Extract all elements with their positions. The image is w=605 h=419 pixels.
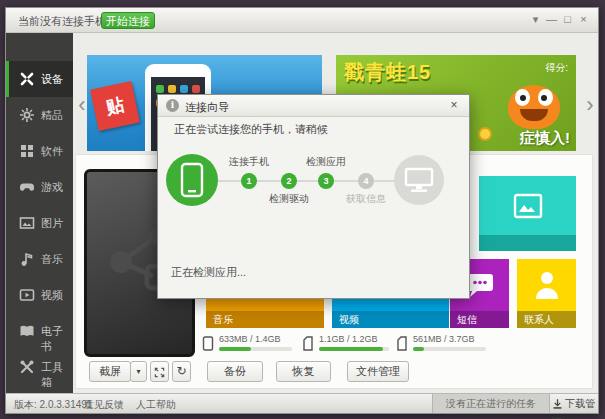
storage-progress: [319, 347, 383, 351]
connection-status-text: 当前没有连接手机: [18, 15, 106, 27]
step-4-badge: 4: [358, 173, 374, 189]
banner-game-title: 戳青蛙15: [344, 59, 431, 86]
feedback-link[interactable]: 意见反馈: [84, 398, 124, 412]
refresh-icon: ↻: [176, 364, 186, 378]
status-bar: 版本: 2.0.3.31491 意见反馈 人工帮助 没有正在进行的任务 下载管理: [6, 393, 598, 413]
apps-grid-icon: [19, 143, 35, 159]
close-icon[interactable]: ×: [577, 12, 590, 26]
tile-contacts[interactable]: 联系人: [517, 259, 576, 328]
screenshot-dropdown-button[interactable]: ▾: [130, 361, 147, 382]
video-icon: [19, 287, 35, 303]
banner-caption: 症慎入!: [520, 129, 570, 148]
coin-graphic: [478, 127, 492, 141]
step-label-driver: 检测驱动: [257, 192, 321, 206]
sidebar-item-device[interactable]: 设备: [6, 61, 73, 97]
step-2-badge: 2: [281, 173, 297, 189]
gamepad-icon: [19, 179, 35, 195]
step-3-badge: 3: [318, 173, 334, 189]
sidebar-item-boutique[interactable]: 精品: [6, 97, 73, 133]
download-icon: [552, 398, 563, 410]
sidebar-item-toolbox[interactable]: 工具箱: [6, 349, 73, 385]
sidebar-item-video[interactable]: 视频: [6, 277, 73, 313]
info-icon: i: [166, 99, 179, 112]
tile-label: 视频: [339, 313, 359, 327]
dialog-close-icon[interactable]: ×: [447, 98, 461, 112]
carousel-next-arrow[interactable]: ›: [583, 93, 597, 119]
expand-icon: [154, 367, 165, 378]
wizard-phone-node: [166, 154, 218, 206]
monitor-icon: [403, 166, 435, 194]
file-manager-button[interactable]: 文件管理: [347, 361, 409, 382]
minimize-icon[interactable]: —: [545, 12, 558, 26]
tile-label: 音乐: [213, 313, 233, 327]
dialog-title: 连接向导: [185, 100, 229, 115]
menu-icon[interactable]: ▾: [529, 12, 542, 26]
sidebar-item-games[interactable]: 游戏: [6, 169, 73, 205]
frog-graphic: [508, 85, 560, 129]
tile-label: 短信: [457, 313, 477, 327]
backup-button[interactable]: 备份: [207, 361, 263, 382]
wizard-computer-node: [394, 155, 444, 205]
tile-label: 联系人: [524, 313, 554, 327]
tools-icon: [19, 359, 35, 375]
sidebar: 设备 精品 软件 游戏 图片 音乐 视频 电子书: [6, 33, 73, 393]
tasks-status: 没有正在进行的任务: [432, 394, 550, 413]
book-icon: [19, 323, 35, 339]
sdcard-icon: [302, 336, 314, 351]
person-icon: [532, 269, 562, 301]
sparkle-icon: [19, 107, 35, 123]
window-controls: ▾ — □ ×: [529, 12, 590, 26]
dialog-status-text: 正在检测应用...: [171, 265, 246, 280]
picture-icon: [19, 215, 35, 231]
sdcard-icon: [396, 336, 408, 351]
step-1-badge: 1: [241, 173, 257, 189]
version-label: 版本: 2.0.3.31491: [14, 398, 92, 412]
step-label-info: 获取信息: [334, 192, 398, 206]
storage-progress: [413, 347, 424, 351]
step-label-connect: 连接手机: [217, 155, 281, 169]
sidebar-item-ebooks[interactable]: 电子书: [6, 313, 73, 349]
step-label-app: 检测应用: [294, 155, 358, 169]
tile-pictures[interactable]: [479, 176, 576, 251]
dialog-header[interactable]: i 连接向导 ×: [158, 95, 469, 117]
phone-icon: [179, 162, 205, 198]
storage-text: 561MB / 3.7GB: [413, 334, 475, 344]
sidebar-item-music[interactable]: 音乐: [6, 241, 73, 277]
music-note-icon: [19, 251, 35, 267]
storage-text: 1.1GB / 1.2GB: [319, 334, 378, 344]
banner-score-label: 得分:: [545, 61, 568, 75]
fullscreen-button[interactable]: [150, 361, 169, 382]
sidebar-item-pictures[interactable]: 图片: [6, 205, 73, 241]
device-logo-icon: [19, 71, 35, 87]
maximize-icon[interactable]: □: [561, 12, 574, 26]
connection-wizard-dialog: i 连接向导 × 正在尝试连接您的手机，请稍候 连接手机 检测驱动 检测应用 获…: [157, 94, 470, 299]
banner-tag: 贴: [90, 81, 140, 131]
start-connect-button[interactable]: 开始连接: [101, 12, 155, 29]
refresh-button[interactable]: ↻: [172, 361, 191, 382]
title-bar: 当前没有连接手机▼ 开始连接 ▾ — □ ×: [6, 8, 598, 33]
app-window: 当前没有连接手机▼ 开始连接 ▾ — □ × 设备 精品 软件 游戏: [5, 7, 599, 414]
storage-text: 633MB / 1.4GB: [219, 334, 281, 344]
sidebar-item-software[interactable]: 软件: [6, 133, 73, 169]
picture-icon: [513, 193, 543, 219]
phone-storage-icon: [202, 336, 214, 351]
dialog-message: 正在尝试连接您的手机，请稍候: [174, 122, 328, 137]
storage-progress: [219, 347, 251, 351]
carousel-prev-arrow[interactable]: ‹: [75, 93, 89, 119]
download-manager-button[interactable]: 下载管理: [552, 394, 598, 413]
help-link[interactable]: 人工帮助: [136, 398, 176, 412]
screenshot-button[interactable]: 截屏: [89, 361, 131, 382]
restore-button[interactable]: 恢复: [276, 361, 331, 382]
